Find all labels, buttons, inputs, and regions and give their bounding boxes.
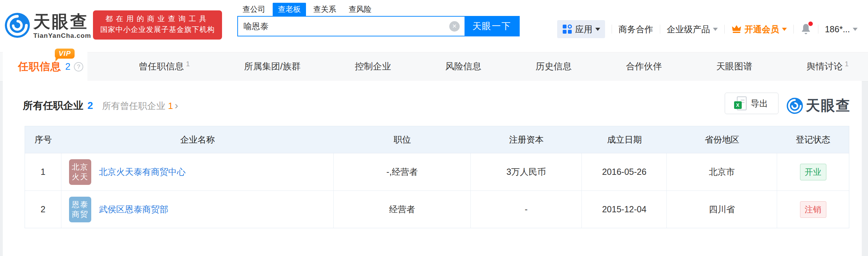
account-menu[interactable]: 186*... [825,24,858,34]
positions-table: 序号企业名称职位注册资本成立日期省份地区登记状态 1北京火天北京火天泰有商贸中心… [25,126,849,228]
page-tab[interactable]: 所属集团/族群 [244,60,300,72]
vip-label: 开通会员 [744,24,779,35]
status-badge: 注销 [800,201,826,218]
account-phone: 186*... [825,24,850,34]
content-card: 所有任职企业 2 所有曾任职企业 1 › 导出 天眼查 序号企业名称职位注册资本… [3,81,862,256]
table-row: 1北京火天北京火天泰有商贸中心-,经营者3万人民币2016-05-26北京市开业 [25,153,849,190]
column-header: 成立日期 [582,134,667,145]
page-tab-label: 所属集团/族群 [244,61,300,71]
page-tab-count: 1 [186,60,190,68]
cell-index: 1 [25,153,61,190]
page-tab[interactable]: 合作伙伴 [626,60,662,72]
company-logo-badge: 恩泰商贸 [69,197,91,222]
page-tab[interactable]: 控制企业 [355,60,391,72]
cell-status: 开业 [777,153,849,190]
section-title: 所有任职企业 [23,99,83,113]
former-companies-count[interactable]: 1 [168,101,173,111]
brand-name: 天眼查 [33,12,91,31]
vip-tag-badge: VIP [55,49,75,59]
company-link[interactable]: 北京火天泰有商贸中心 [99,166,186,178]
page-tab[interactable]: 历史信息 [536,60,572,72]
search-type-tab[interactable]: 查老板 [273,3,306,16]
table-header-row: 序号企业名称职位注册资本成立日期省份地区登记状态 [25,126,849,153]
cell-region: 北京市 [667,153,777,190]
nav-item-enterprise-products[interactable]: 企业级产品 [667,24,718,35]
brand-text[interactable]: 天眼查 TianYanCha.com [33,12,91,40]
page-tab-label: 历史信息 [536,61,572,71]
cell-region: 四川省 [667,191,777,228]
notifications-button[interactable] [800,23,811,35]
active-tab-label: 任职信息 [18,60,61,74]
export-button[interactable]: 导出 [725,93,778,114]
header-nav: 应用 商务合作 企业级产品 开通会员 [557,20,858,38]
nav-divider [724,25,725,34]
cell-capital: - [471,191,582,228]
cell-position: -,经营者 [334,153,471,190]
company-logo-badge-line: 商贸 [72,210,88,219]
notification-dot [808,22,813,26]
export-label: 导出 [751,98,768,109]
company-logo-badge-line: 北京 [72,162,88,172]
tianyancha-page: 天眼查 TianYanCha.com 都在用的商业查询工具 国家中小企业发展子基… [0,0,868,256]
page-tab-label: 合作伙伴 [626,61,662,71]
page-tab-label: 天眼图谱 [716,61,752,71]
page-tab-label: 控制企业 [355,61,391,71]
cell-position: 经营者 [334,191,471,228]
table-row: 2恩泰商贸武侯区恩泰商贸部经营者-2015-12-04四川省注销 [25,190,849,228]
page-tab-count: 1 [845,60,849,68]
apps-menu-button[interactable]: 应用 [557,20,605,38]
clear-search-icon[interactable]: ✕ [449,21,460,32]
brand-domain: TianYanCha.com [33,32,91,40]
status-badge: 开业 [800,164,826,180]
open-vip-button[interactable]: 开通会员 [731,24,787,35]
caret-down-icon [713,28,718,31]
nav-divider [612,25,612,34]
column-header: 注册资本 [471,134,582,145]
tianyancha-watermark-icon [786,97,803,114]
page-tab-label: 风险信息 [445,61,481,71]
tab-positions-active[interactable]: VIP 任职信息 2 ? [3,52,87,82]
column-header: 企业名称 [61,134,334,145]
page-tab[interactable]: 风险信息 [445,60,481,72]
nav-item-business-cooperation[interactable]: 商务合作 [619,24,653,35]
watermark-logo: 天眼查 [786,96,851,115]
page-tab-label: 曾任职信息 [139,61,184,71]
top-header: 天眼查 TianYanCha.com 都在用的商业查询工具 国家中小企业发展子基… [0,0,868,52]
help-icon[interactable]: ? [74,62,83,71]
column-header: 省份地区 [667,134,777,145]
promo-banner: 都在用的商业查询工具 国家中小企业发展子基金旗下机构 [93,10,222,40]
excel-icon [735,96,747,110]
nav-divider [818,25,818,34]
search-input[interactable] [238,21,449,32]
search-type-tab[interactable]: 查风险 [343,3,377,16]
search-box: ✕ 天眼一下 [237,16,520,36]
nav-divider [793,25,794,34]
page-tab[interactable]: 曾任职信息1 [139,60,190,72]
enterprise-label: 企业级产品 [667,24,710,35]
cell-founded-date: 2015-12-04 [582,191,667,228]
nav-divider [660,25,660,34]
search-type-tabs: 查公司查老板查关系查风险 [237,3,379,16]
former-companies-link[interactable]: 所有曾任职企业 [102,100,165,112]
cell-status: 注销 [777,191,849,228]
cell-capital: 3万人民币 [471,153,582,190]
banner-line1: 都在用的商业查询工具 [93,14,222,24]
page-tab[interactable]: 天眼图谱 [716,60,752,72]
caret-down-icon [853,28,858,31]
company-link[interactable]: 武侯区恩泰商贸部 [99,204,168,215]
search-button[interactable]: 天眼一下 [465,17,519,36]
table-body: 1北京火天北京火天泰有商贸中心-,经营者3万人民币2016-05-26北京市开业… [25,153,849,228]
banner-line2: 国家中小企业发展子基金旗下机构 [93,24,222,35]
page-tab-list: 曾任职信息1所属集团/族群控制企业风险信息历史信息合作伙伴天眼图谱舆情讨论1 [139,52,849,81]
caret-down-icon [782,28,787,31]
column-header: 登记状态 [777,134,849,145]
tianyancha-logo-icon[interactable] [5,12,30,38]
active-tab-count: 2 [65,61,70,72]
company-logo-badge: 北京火天 [69,159,91,185]
search-type-tab[interactable]: 查关系 [308,3,341,16]
caret-down-icon [595,28,600,31]
search-type-tab[interactable]: 查公司 [237,3,271,16]
cell-company: 北京火天北京火天泰有商贸中心 [61,153,334,190]
page-tab[interactable]: 舆情讨论1 [807,60,849,72]
chevron-right-icon[interactable]: › [175,100,178,111]
